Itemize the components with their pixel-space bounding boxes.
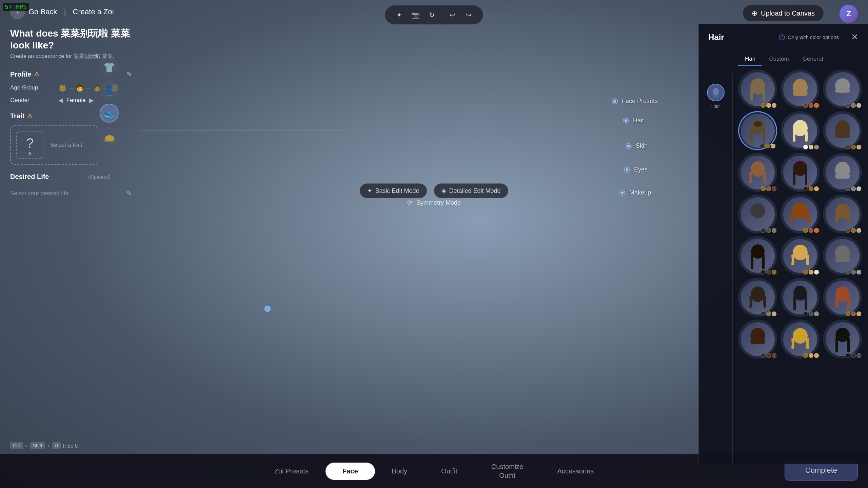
detailed-edit-mode-button[interactable]: ◈ Detailed Edit Mode	[434, 183, 508, 198]
hair-subnav: Hair	[699, 74, 733, 464]
camera-tool-button[interactable]: 📷	[410, 9, 422, 21]
hair-panel-close-button[interactable]: ✕	[851, 32, 859, 42]
desired-life-header: Desired Life (Optional)	[10, 173, 132, 181]
hair-color-dots-12	[846, 228, 861, 233]
gender-next-button[interactable]: ▶	[89, 97, 94, 104]
color-dot	[809, 186, 813, 191]
hair-annotation-point[interactable]: Hair	[623, 117, 644, 124]
desired-life-input[interactable]: Select your desired life. ✎	[10, 186, 132, 201]
color-dot	[846, 186, 850, 191]
hair-grid-wrapper[interactable]	[733, 66, 868, 464]
face-interaction-dot[interactable]	[264, 306, 271, 312]
hair-color-dots-18	[846, 311, 861, 316]
color-dot	[856, 311, 861, 316]
hair-item-16[interactable]	[738, 278, 777, 317]
redo-button[interactable]: ↪	[463, 9, 475, 21]
profile-edit-icon[interactable]: ✎	[126, 70, 132, 78]
user-avatar[interactable]: Z	[840, 5, 858, 23]
trait-warning-icon: ⚠	[27, 113, 33, 120]
hair-img-20	[783, 322, 817, 356]
hair-img-8	[783, 156, 817, 189]
separator: |	[64, 7, 66, 17]
age-teen-icon[interactable]: 🧒	[76, 84, 84, 92]
hair-img-17	[783, 281, 817, 314]
nav-customize-outfit[interactable]: Customize Outfit	[474, 458, 540, 485]
svg-rect-34	[835, 257, 850, 262]
upload-to-canvas-button[interactable]: ⊕ Upload to Canvas	[743, 5, 824, 22]
svg-point-25	[792, 203, 808, 219]
svg-rect-4	[763, 89, 765, 101]
hair-item-19[interactable]	[738, 320, 777, 359]
body-thumb-accessory[interactable]: 👝	[100, 127, 119, 146]
body-thumb-bottom[interactable]: 👖	[100, 81, 119, 100]
hair-item-7[interactable]	[738, 153, 777, 192]
color-dot	[760, 144, 765, 148]
hair-img-4	[741, 114, 775, 148]
skin-annotation-point[interactable]: Skin	[626, 142, 648, 149]
svg-rect-28	[847, 214, 850, 223]
trait-selector[interactable]: ? Select a trait.	[10, 125, 98, 165]
fps-counter: 57 FPS	[3, 3, 29, 11]
color-dot	[814, 311, 819, 316]
tab-general[interactable]: General	[796, 53, 830, 66]
hair-item-18[interactable]	[823, 278, 862, 317]
basic-edit-label: Basic Edit Mode	[375, 187, 419, 195]
hair-item-4[interactable]	[738, 111, 777, 150]
basic-edit-mode-button[interactable]: ✦ Basic Edit Mode	[359, 183, 427, 198]
age-child-icon[interactable]: 👶	[58, 84, 67, 92]
gender-prev-button[interactable]: ◀	[58, 97, 63, 104]
tab-custom[interactable]: Custom	[762, 53, 796, 66]
hair-item-13[interactable]	[738, 236, 777, 275]
body-thumbnails: 👕 👖 👟 👝	[100, 58, 119, 146]
color-dot	[856, 228, 861, 233]
symmetry-icon: ⟳	[407, 199, 413, 207]
svg-rect-30	[751, 254, 753, 269]
color-dot	[856, 186, 861, 191]
body-thumb-shoes[interactable]: 👟	[100, 104, 119, 123]
hair-img-13	[741, 239, 775, 273]
nav-zoi-presets[interactable]: Zoi Presets	[257, 463, 326, 480]
nav-outfit[interactable]: Outfit	[424, 463, 474, 480]
hair-img-11	[783, 197, 817, 231]
color-options-toggle[interactable]: Only with color options	[779, 34, 839, 40]
hair-item-2[interactable]	[781, 69, 820, 108]
eyes-annotation-point[interactable]: Eyes	[624, 166, 648, 173]
tab-hair[interactable]: Hair	[738, 53, 762, 66]
hair-item-12[interactable]	[823, 195, 862, 233]
hair-item-17[interactable]	[781, 278, 820, 317]
hair-item-20[interactable]	[781, 320, 820, 359]
hair-subnav-hair[interactable]: Hair	[699, 79, 732, 114]
hair-subnav-icon	[707, 84, 725, 101]
hair-item-1[interactable]	[738, 69, 777, 108]
rotate-tool-button[interactable]: ↻	[426, 9, 438, 21]
gender-value: Female	[66, 97, 86, 104]
hair-item-5[interactable]	[781, 111, 820, 150]
hair-color-dots-8	[803, 186, 819, 191]
hair-item-21[interactable]	[823, 320, 862, 359]
hair-color-dots-1	[761, 103, 776, 108]
face-presets-annotation[interactable]: Face Presets	[612, 98, 658, 105]
back-label: Go Back	[28, 7, 57, 16]
nav-body[interactable]: Body	[375, 463, 425, 480]
nav-accessories[interactable]: Accessories	[540, 463, 611, 480]
hair-img-16	[741, 281, 775, 314]
hair-color-dots-20	[803, 353, 819, 358]
hair-item-11[interactable]	[781, 195, 820, 233]
hair-item-6[interactable]	[823, 111, 862, 150]
hair-item-15[interactable]	[823, 236, 862, 275]
cursor-tool-button[interactable]: ✦	[393, 9, 406, 21]
undo-button[interactable]: ↩	[447, 9, 459, 21]
hair-img-6	[826, 114, 860, 148]
hair-item-10[interactable]	[738, 195, 777, 233]
hair-item-9[interactable]	[823, 153, 862, 192]
makeup-annotation-point[interactable]: Makeup	[619, 189, 651, 196]
nav-face[interactable]: Face	[326, 463, 375, 480]
color-dot	[761, 311, 766, 316]
hair-item-3[interactable]	[823, 69, 862, 108]
hair-item-8[interactable]	[781, 153, 820, 192]
svg-rect-41	[847, 297, 850, 308]
svg-rect-20	[793, 171, 795, 185]
hair-item-14[interactable]	[781, 236, 820, 275]
body-thumb-top[interactable]: 👕	[100, 58, 119, 77]
desired-life-edit-icon[interactable]: ✎	[126, 189, 132, 198]
